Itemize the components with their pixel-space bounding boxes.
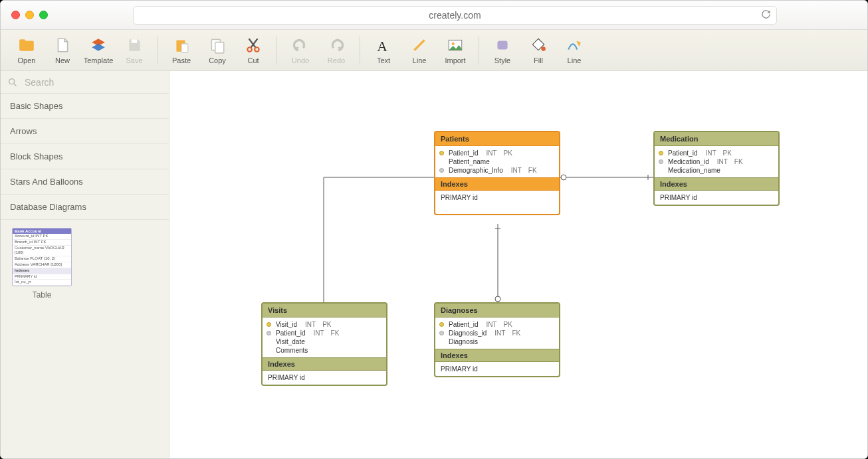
toolbar-separator: [479, 37, 479, 64]
svg-point-18: [495, 296, 500, 302]
redo-button[interactable]: Redo: [318, 31, 354, 70]
table-shape-preview: Bank Account Account_id INT PK Branch_id…: [12, 228, 72, 286]
address-bar[interactable]: creately.com: [133, 6, 777, 25]
text-button[interactable]: AText: [366, 31, 401, 70]
svg-text:A: A: [377, 38, 387, 53]
entity-title: Medication: [655, 132, 778, 146]
mini-title: Bank Account: [13, 229, 71, 234]
pk-icon: [439, 322, 444, 327]
search-input[interactable]: [25, 77, 162, 88]
category-basic-shapes[interactable]: Basic Shapes: [1, 94, 169, 119]
pk-icon: [659, 151, 663, 155]
style-button[interactable]: Style: [485, 31, 520, 70]
paste-button[interactable]: Paste: [163, 31, 199, 70]
template-button[interactable]: Template: [80, 31, 116, 70]
entity-visits[interactable]: Visits Visit_idINTPK Patient_idINTFK Vis…: [261, 302, 387, 386]
entity-fields: Patient_idINTPK Diagnosis_idINTFK Diagno…: [435, 318, 559, 349]
category-block-shapes[interactable]: Block Shapes: [1, 144, 169, 169]
index-row: PRIMARY id: [435, 362, 559, 376]
indexes-header: Indexes: [263, 357, 386, 371]
line-label: Line: [413, 56, 427, 64]
fk-icon: [439, 331, 444, 335]
svg-rect-2: [181, 43, 188, 52]
undo-button[interactable]: Undo: [282, 31, 318, 70]
indexes-header: Indexes: [435, 349, 559, 362]
index-row: PRIMARY id: [655, 191, 778, 205]
entity-title: Patients: [435, 132, 559, 146]
field-row: Patient_idINTPK: [659, 149, 774, 157]
fk-icon: [267, 331, 271, 335]
fill-button[interactable]: Fill: [520, 31, 556, 70]
pk-icon: [439, 151, 444, 155]
paste-label: Paste: [172, 56, 191, 64]
cut-button[interactable]: Cut: [235, 31, 271, 70]
mini-row: Address VARCHAR [1000]: [13, 262, 71, 268]
save-button[interactable]: Save: [116, 31, 152, 70]
field-row: Visit_date: [267, 337, 382, 346]
svg-point-5: [247, 47, 252, 52]
import-label: Import: [445, 56, 465, 64]
fill-label: Fill: [534, 56, 543, 64]
field-row: Patient_idINTPK: [439, 149, 555, 157]
line-style-button[interactable]: Line: [556, 31, 592, 70]
line-tool-button[interactable]: Line: [401, 31, 437, 70]
minimize-button[interactable]: [25, 11, 34, 19]
field-row: Patient_idINTPK: [439, 320, 555, 329]
field-row: Visit_idINTPK: [267, 320, 382, 329]
mini-idx-row: PRIMARY id: [13, 274, 71, 280]
template-label: Template: [84, 56, 114, 64]
import-button[interactable]: Import: [437, 31, 473, 70]
entity-patients[interactable]: Patients Patient_idINTPK Patient_name De…: [434, 131, 560, 215]
indexes-header: Indexes: [655, 177, 778, 191]
sidebar: Basic Shapes Arrows Block Shapes Stars A…: [1, 71, 169, 458]
mini-row: Branch_id INT FK: [13, 240, 71, 246]
search-icon: [7, 77, 18, 88]
entity-diagnoses[interactable]: Diagnoses Patient_idINTPK Diagnosis_idIN…: [434, 302, 560, 377]
cut-label: Cut: [247, 56, 259, 64]
toolbar: Open New Template Save Paste Copy Cut Un…: [1, 30, 867, 71]
text-label: Text: [377, 56, 390, 64]
mini-idx-header: Indexes: [13, 268, 71, 274]
category-database-diagrams[interactable]: Database Diagrams: [1, 195, 169, 220]
entity-fields: Visit_idINTPK Patient_idINTFK Visit_date…: [263, 318, 386, 357]
mini-idx-row: Int_no_yr: [13, 280, 71, 286]
toolbar-separator: [158, 37, 158, 64]
main: Basic Shapes Arrows Block Shapes Stars A…: [1, 71, 867, 458]
maximize-button[interactable]: [39, 11, 48, 19]
shape-table[interactable]: Bank Account Account_id INT PK Branch_id…: [9, 228, 75, 300]
indexes-header: Indexes: [435, 177, 559, 191]
new-button[interactable]: New: [45, 31, 80, 70]
field-row: Comments: [267, 346, 382, 355]
undo-label: Undo: [292, 56, 309, 64]
field-row: Demographic_InfoINTFK: [439, 166, 555, 175]
connector-layer: [169, 71, 867, 458]
shape-label: Table: [33, 290, 52, 300]
category-arrows[interactable]: Arrows: [1, 119, 169, 144]
entity-fields: Patient_idINTPK Patient_name Demographic…: [435, 146, 559, 177]
fk-icon: [439, 168, 444, 173]
svg-point-19: [561, 175, 566, 180]
window-controls: [11, 11, 48, 19]
close-button[interactable]: [11, 11, 20, 19]
svg-rect-11: [497, 41, 507, 49]
svg-rect-0: [132, 39, 138, 43]
field-row: Patient_name: [439, 157, 555, 166]
svg-point-13: [9, 78, 15, 84]
entity-medication[interactable]: Medication Patient_idINTPK Medication_id…: [653, 131, 780, 206]
copy-label: Copy: [209, 56, 226, 64]
copy-button[interactable]: Copy: [199, 31, 235, 70]
open-button[interactable]: Open: [9, 31, 45, 70]
canvas[interactable]: Patients Patient_idINTPK Patient_name De…: [169, 71, 867, 458]
field-row: Diagnosis: [439, 337, 555, 346]
mini-row: Customer_name VARCHAR [100]: [13, 246, 71, 257]
entity-title: Visits: [263, 304, 386, 318]
open-label: Open: [18, 56, 36, 64]
svg-line-8: [414, 40, 424, 50]
mini-row: Account_id INT PK: [13, 234, 71, 240]
app-window: creately.com Open New Template Save Past…: [0, 0, 868, 459]
svg-point-10: [452, 42, 455, 45]
address-text: creately.com: [429, 10, 481, 21]
category-stars-balloons[interactable]: Stars And Balloons: [1, 169, 169, 195]
reload-icon[interactable]: [761, 9, 771, 21]
style-label: Style: [494, 56, 510, 64]
